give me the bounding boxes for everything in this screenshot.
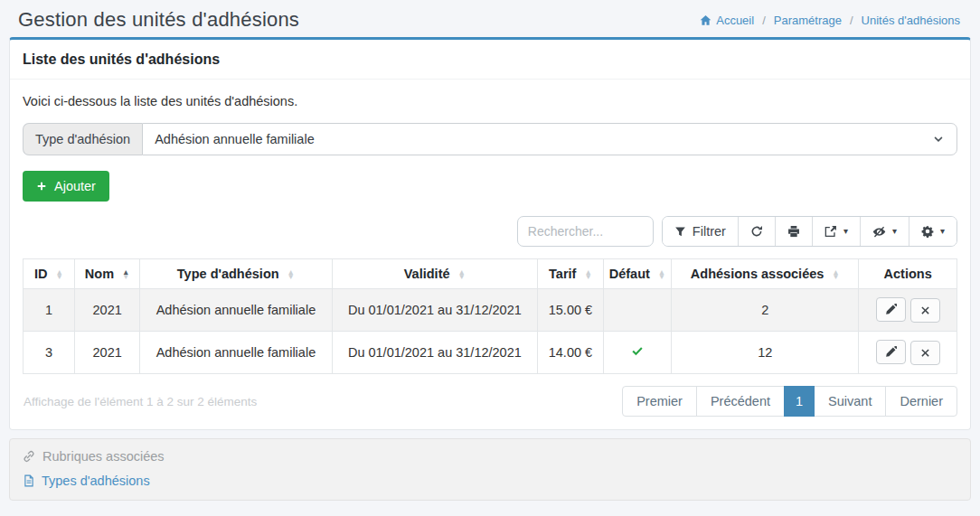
export-icon	[825, 225, 837, 238]
breadcrumb-item-parametrage[interactable]: Paramétrage	[774, 14, 842, 27]
sort-arrows-icon: ▲▼	[584, 270, 591, 280]
table-body: 12021Adhésion annuelle familialeDu 01/01…	[24, 289, 957, 374]
column-header-adhesions-associees[interactable]: Adhésions associées▲▼	[672, 259, 859, 289]
column-header-id[interactable]: ID▲▼	[24, 259, 75, 289]
count-info: Affichage de l'élément 1 à 2 sur 2 éléme…	[23, 395, 257, 408]
cell-type: Adhésion annuelle familiale	[140, 289, 332, 332]
column-header-validite[interactable]: Validité▲▼	[332, 259, 538, 289]
cell-tarif: 14.00 €	[538, 332, 603, 374]
table-row: 12021Adhésion annuelle familialeDu 01/01…	[24, 289, 957, 332]
cell-adhesions: 12	[672, 332, 859, 374]
cell-actions	[859, 332, 957, 374]
related-title: Rubriques associées	[23, 449, 957, 464]
delete-button[interactable]	[910, 341, 940, 365]
print-icon	[787, 225, 800, 238]
caret-down-icon: ▾	[892, 227, 897, 236]
caret-down-icon: ▾	[843, 227, 848, 236]
export-button[interactable]: ▾	[812, 217, 860, 246]
gear-button[interactable]: ▾	[909, 217, 956, 246]
close-icon	[920, 305, 930, 315]
delete-button[interactable]	[910, 298, 940, 323]
units-table: ID▲▼Nom▲▼Type d'adhésion▲▼Validité▲▼Tari…	[23, 258, 957, 374]
cell-adhesions: 2	[672, 289, 859, 332]
default-check-icon	[631, 345, 644, 358]
table-header-row: ID▲▼Nom▲▼Type d'adhésion▲▼Validité▲▼Tari…	[24, 259, 957, 289]
caret-down-icon: ▾	[940, 227, 945, 236]
breadcrumb-item-accueil[interactable]: Accueil	[700, 14, 754, 27]
link-chain-icon	[23, 450, 35, 463]
sort-arrows-icon: ▲▼	[56, 270, 63, 280]
cell-defaut	[603, 289, 672, 332]
column-header-nom[interactable]: Nom▲▼	[74, 259, 139, 289]
file-text-icon	[23, 474, 35, 487]
edit-button[interactable]	[876, 340, 906, 364]
cell-type: Adhésion annuelle familiale	[140, 332, 332, 374]
cell-actions	[859, 289, 957, 332]
pagination-last[interactable]: Dernier	[885, 386, 957, 417]
related-panel: Rubriques associées Types d'adhésions	[9, 438, 971, 501]
cell-defaut	[603, 332, 672, 374]
plus-icon	[36, 181, 47, 192]
close-icon	[920, 348, 930, 358]
filter-button[interactable]: Filtrer	[663, 217, 738, 246]
panel-title: Liste des unités d'adhésions	[23, 52, 220, 68]
add-button[interactable]: Ajouter	[23, 171, 109, 202]
gear-icon	[921, 225, 934, 238]
table-footer: Affichage de l'élément 1 à 2 sur 2 éléme…	[23, 386, 957, 417]
search-input[interactable]	[517, 216, 654, 247]
type-filter-label: Type d'adhésion	[23, 123, 142, 155]
pagination-next[interactable]: Suivant	[814, 386, 886, 417]
cell-validite: Du 01/01/2021 au 31/12/2021	[332, 332, 538, 374]
breadcrumb-separator: /	[762, 14, 766, 27]
top-header: Gestion des unités d'adhésions Accueil/P…	[0, 0, 980, 37]
home-icon	[700, 14, 711, 26]
breadcrumb-item-unites-d-adhesions[interactable]: Unités d'adhésions	[862, 14, 960, 27]
breadcrumb-separator: /	[850, 14, 853, 27]
refresh-button[interactable]	[738, 217, 775, 246]
panel-body: Voici ci-dessous la liste des unités d'a…	[10, 80, 970, 429]
pagination-first[interactable]: Premier	[622, 386, 697, 417]
type-adhesion-select[interactable]: Adhésion annuelle familiale	[142, 123, 957, 155]
cell-nom: 2021	[74, 289, 139, 332]
cell-validite: Du 01/01/2021 au 31/12/2021	[332, 289, 538, 332]
edit-button[interactable]	[876, 297, 906, 322]
chevron-down-icon	[932, 133, 945, 145]
collapse-panel-button[interactable]	[954, 56, 957, 63]
pagination-page-1[interactable]: 1	[784, 386, 815, 417]
pagination-previous[interactable]: Précédent	[696, 386, 785, 417]
cell-tarif: 15.00 €	[538, 289, 603, 332]
pagination: PremierPrécédent1SuivantDernier	[622, 386, 957, 417]
pencil-icon	[885, 346, 897, 358]
selected-option-label: Adhésion annuelle familiale	[155, 132, 315, 146]
table-row: 32021Adhésion annuelle familialeDu 01/01…	[24, 332, 957, 374]
related-links: Types d'adhésions	[23, 474, 957, 488]
column-header-tarif[interactable]: Tarif▲▼	[538, 259, 603, 289]
sort-arrows-icon: ▲▼	[832, 270, 839, 280]
cell-nom: 2021	[74, 332, 139, 374]
table-toolbar: Filtrer ▾▾▾	[23, 216, 957, 247]
sort-arrows-icon: ▲▼	[458, 270, 466, 280]
units-list-panel: Liste des unités d'adhésions Voici ci-de…	[9, 37, 971, 430]
breadcrumb: Accueil/Paramétrage/Unités d'adhésions	[700, 14, 962, 27]
sort-arrows-icon: ▲▼	[287, 270, 295, 280]
sort-arrows-icon: ▲▼	[122, 270, 129, 280]
page-title: Gestion des unités d'adhésions	[18, 8, 299, 32]
eye-slash-icon	[872, 225, 886, 239]
intro-text: Voici ci-dessous la liste des unités d'a…	[23, 94, 957, 108]
pencil-icon	[885, 304, 897, 315]
filter-icon	[674, 226, 686, 238]
panel-header: Liste des unités d'adhésions	[10, 40, 970, 80]
sort-arrows-icon: ▲▼	[658, 270, 665, 280]
column-header-type-d-adhesion[interactable]: Type d'adhésion▲▼	[140, 259, 332, 289]
cell-id: 1	[24, 289, 75, 332]
column-header-defaut[interactable]: Défaut▲▼	[603, 259, 672, 289]
toolbar-button-group: Filtrer ▾▾▾	[662, 216, 957, 247]
eye-slash-button[interactable]: ▾	[860, 217, 909, 246]
column-header-actions: Actions	[859, 259, 957, 289]
refresh-icon	[750, 225, 763, 238]
type-filter-group: Type d'adhésion Adhésion annuelle famili…	[23, 123, 957, 155]
cell-id: 3	[24, 332, 75, 374]
related-link-types-d-adhesions[interactable]: Types d'adhésions	[23, 474, 150, 488]
print-button[interactable]	[775, 217, 812, 246]
